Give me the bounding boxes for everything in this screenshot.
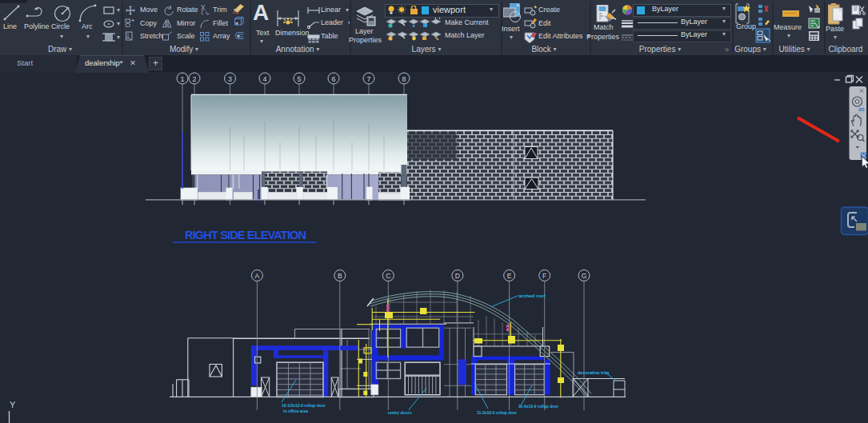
svg-text:11-2x10-0 rollup door: 11-2x10-0 rollup door [477,410,517,415]
svg-text:E: E [507,272,512,280]
svg-text:11-0x10-0 rollup door: 11-0x10-0 rollup door [518,404,558,409]
svg-text:RIGHT SIDE ELEVATION: RIGHT SIDE ELEVATION [185,229,306,241]
svg-text:C: C [386,272,390,280]
svg-text:F: F [542,272,546,280]
svg-text:3: 3 [228,75,232,83]
svg-text:2: 2 [192,75,196,83]
svg-text:+entry doors: +entry doors [387,410,412,415]
svg-text:Y: Y [10,400,16,409]
svg-text:5: 5 [297,75,301,83]
svg-text:10-1/2x12-0 rollup door: 10-1/2x12-0 rollup door [282,403,326,408]
svg-text:D: D [455,272,460,280]
svg-text:A: A [255,272,260,280]
svg-text:arched roof: arched roof [519,293,546,298]
svg-text:G: G [582,272,587,280]
svg-text:B: B [338,272,342,280]
svg-text:to office area: to office area [283,409,308,413]
svg-text:decorative trim: decorative trim [578,370,610,375]
svg-text:1: 1 [180,75,184,83]
svg-text:8: 8 [402,75,406,83]
svg-text:6: 6 [331,75,335,83]
svg-text:4: 4 [262,75,266,83]
svg-text:2D: 2D [858,107,865,112]
svg-text:7: 7 [366,75,370,83]
